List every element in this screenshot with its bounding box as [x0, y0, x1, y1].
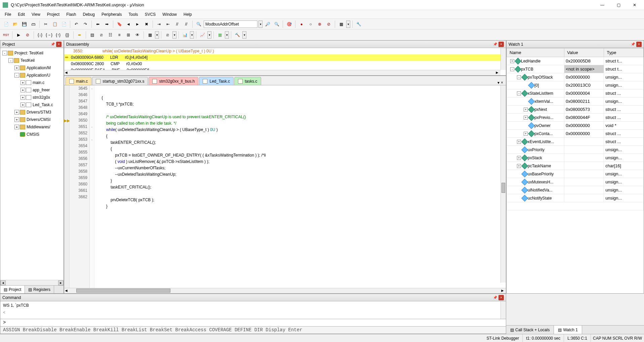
- vscrollbar[interactable]: [500, 301, 506, 319]
- code-line[interactable]: while( uxDeletedTasksWaitingCleanUp > ( …: [94, 127, 506, 133]
- code-line[interactable]: TCB_t *pxTCB;: [94, 101, 506, 108]
- menu-debug[interactable]: Debug: [80, 11, 98, 18]
- pin-icon[interactable]: 📌: [50, 42, 55, 47]
- watch-row[interactable]: pvOwner0x00000000void *: [507, 122, 644, 130]
- tree-cmsis[interactable]: CMSIS: [1, 131, 63, 138]
- menu-help[interactable]: Help: [180, 11, 195, 18]
- watch-enter-expression[interactable]: [507, 202, 644, 210]
- disasm-window-icon[interactable]: ⎚: [97, 31, 105, 39]
- tree-file[interactable]: +Led_Task.c: [1, 101, 63, 109]
- symbols-window-icon[interactable]: ☷: [106, 31, 114, 39]
- nav-back-icon[interactable]: ⬅: [94, 20, 102, 28]
- code-line[interactable]: }: [94, 203, 506, 210]
- paste-icon[interactable]: 📄: [60, 20, 68, 28]
- toolbox-icon[interactable]: 🔨: [233, 31, 241, 39]
- close-icon[interactable]: ×: [636, 42, 642, 47]
- memory-window-icon[interactable]: ▦: [146, 31, 154, 39]
- code-line[interactable]: {: [94, 95, 506, 101]
- tab-close-icon[interactable]: ×: [501, 80, 503, 85]
- trace-window-icon[interactable]: 📈: [198, 31, 206, 39]
- memory-dd[interactable]: ▾: [155, 31, 159, 39]
- bookmark-clear-icon[interactable]: ✖: [143, 20, 151, 28]
- window-layout-icon[interactable]: ▦: [337, 20, 345, 28]
- stop-icon[interactable]: ⊘: [24, 31, 32, 39]
- breakpoint-killall-icon[interactable]: ⊘: [325, 20, 333, 28]
- step-over-icon[interactable]: {→}: [45, 31, 53, 39]
- menu-project[interactable]: Project: [44, 11, 63, 18]
- tree-project-root[interactable]: -Project: TestKeil: [1, 49, 63, 57]
- watch-col-type[interactable]: Type: [604, 48, 644, 57]
- tree-group[interactable]: +Drivers/STM3: [1, 109, 63, 116]
- breakpoint-insert-icon[interactable]: ●: [297, 20, 306, 28]
- bookmark-icon[interactable]: 🔖: [115, 20, 123, 28]
- disasm-line[interactable]: 0x0800090C 2800 CMP r0,#0x00: [64, 61, 506, 67]
- analysis-dd[interactable]: ▾: [190, 31, 194, 39]
- menu-tools[interactable]: Tools: [125, 11, 142, 18]
- outdent-icon[interactable]: ⇤: [164, 20, 172, 28]
- watch-row[interactable]: + pxPrevio...0x0800044Fstruct ...: [507, 114, 644, 122]
- run-icon[interactable]: ▶: [14, 31, 23, 39]
- code-line[interactable]: pxTCB = listGET_OWNER_OF_HEAD_ENTRY( ( &…: [94, 152, 506, 159]
- code-line[interactable]: --uxDeletedTasksWaitingCleanUp;: [94, 171, 506, 178]
- redo-icon[interactable]: ↷: [81, 20, 89, 28]
- find-combo[interactable]: [204, 20, 257, 28]
- copy-icon[interactable]: 📋: [51, 20, 59, 28]
- code-line[interactable]: ( void ) uxListRemove( &( pxTCB->xStateL…: [94, 159, 506, 165]
- trace-dd[interactable]: ▾: [207, 31, 211, 39]
- editor-tab[interactable]: Led_Task.c: [199, 77, 234, 85]
- watch-row[interactable]: uxPriorityunsign...: [507, 146, 644, 154]
- toolbox-dd[interactable]: ▾: [242, 31, 246, 39]
- breakpoint-disable-icon[interactable]: ○: [307, 20, 315, 28]
- project-hscroll[interactable]: ◄►: [0, 280, 64, 285]
- watch-col-name[interactable]: Name: [507, 48, 564, 57]
- watch-row[interactable]: + pxNext0x08000573struct ...: [507, 105, 644, 114]
- menu-flash[interactable]: Flash: [63, 11, 79, 18]
- bookmark-prev-icon[interactable]: ◄: [124, 20, 132, 28]
- disassembly-body[interactable]: 3650: while( uxDeletedTasksWaitingCleanU…: [64, 48, 506, 75]
- cut-icon[interactable]: ✂: [42, 20, 50, 28]
- watch-row[interactable]: [0]0x200013C0unsign...: [507, 81, 644, 89]
- tree-target[interactable]: -TestKeil: [1, 57, 63, 64]
- code-line[interactable]: --uxCurrentNumberOfTasks;: [94, 165, 506, 171]
- watch-row[interactable]: + pxConta...0x00000000struct ...: [507, 130, 644, 138]
- project-tab-project[interactable]: ▤Project: [0, 286, 25, 293]
- debug-session-icon[interactable]: 🎯: [285, 20, 293, 28]
- watch-row[interactable]: ucNotifyStateunsign...: [507, 194, 644, 202]
- run-to-cursor-icon[interactable]: {|}: [63, 31, 71, 39]
- editor-tab[interactable]: startup_stm32g071xx.s: [92, 77, 148, 85]
- serial-dd[interactable]: ▾: [172, 31, 176, 39]
- system-viewer-dd[interactable]: ▾: [225, 31, 229, 39]
- close-icon[interactable]: ×: [498, 295, 504, 300]
- disasm-line[interactable]: 3650: while( uxDeletedTasksWaitingCleanU…: [64, 48, 506, 54]
- code-line[interactable]: {: [94, 133, 506, 139]
- watch-body[interactable]: Name Value Type + LedHandle0x200005D8str…: [507, 48, 644, 293]
- code-line[interactable]: [94, 108, 506, 114]
- incremental-find-icon[interactable]: 🔍: [273, 20, 281, 28]
- pin-icon[interactable]: 📌: [630, 42, 636, 47]
- pin-icon[interactable]: 📌: [492, 42, 498, 47]
- step-in-icon[interactable]: {↓}: [36, 31, 44, 39]
- code-line[interactable]: }: [94, 178, 506, 184]
- serial-window-icon[interactable]: ⎚: [163, 31, 171, 39]
- maximize-button[interactable]: ▢: [612, 1, 625, 9]
- watch-row[interactable]: ulNotifiedVa...unsign...: [507, 186, 644, 194]
- editor-body[interactable]: ▶▶ 3645364636473648364936503651365236533…: [64, 85, 506, 288]
- command-output[interactable]: WS 1, `pxTCB <: [0, 301, 506, 319]
- close-button[interactable]: ✕: [628, 1, 641, 9]
- watch-row[interactable]: uxMutexesH...unsign...: [507, 178, 644, 186]
- system-viewer-icon[interactable]: ▦: [216, 31, 224, 39]
- project-tab-registers[interactable]: ▤Registers: [25, 286, 54, 293]
- save-icon[interactable]: 💾: [20, 20, 28, 28]
- watch-row[interactable]: - pxTopOfStack0x00000000unsign...: [507, 73, 644, 81]
- tree-file[interactable]: +stm32g0x: [1, 94, 63, 101]
- hscrollbar[interactable]: ◄►: [64, 70, 500, 75]
- show-next-stmt-icon[interactable]: ➨: [76, 31, 84, 39]
- menu-peripherals[interactable]: Peripherals: [98, 11, 125, 18]
- watch-col-value[interactable]: Value: [564, 48, 604, 57]
- watch-tab[interactable]: ▤Watch 1: [554, 326, 582, 334]
- callstack-window-icon[interactable]: ⊞: [124, 31, 132, 39]
- comment-icon[interactable]: //: [173, 20, 181, 28]
- close-icon[interactable]: ×: [498, 42, 504, 47]
- tree-file[interactable]: +app_freer: [1, 86, 63, 94]
- watch-row[interactable]: + LedHandle0x200005D8struct t...: [507, 57, 644, 65]
